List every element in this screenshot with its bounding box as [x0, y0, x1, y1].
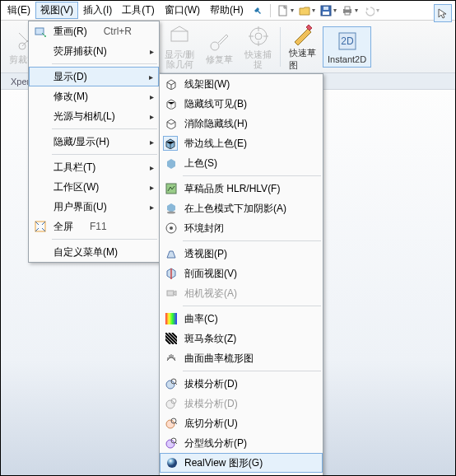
svg-point-30	[166, 420, 174, 428]
ao-icon	[165, 222, 178, 235]
menu-redraw[interactable]: 重画(R)Ctrl+R	[29, 21, 159, 41]
submenu-ambient-occlusion[interactable]: 环境封闭	[160, 218, 323, 238]
submenu-draft-analysis-2: 拔模分析(D)	[160, 394, 323, 413]
menu-fullscreen[interactable]: 全屏F11	[29, 217, 159, 236]
menu-insert[interactable]: 插入(I)	[78, 2, 117, 19]
submenu-hlr[interactable]: 消除隐藏线(H)	[160, 114, 323, 133]
section-icon	[165, 267, 178, 280]
comb-icon	[165, 352, 178, 365]
svg-rect-24	[165, 313, 177, 324]
parting-icon	[165, 436, 178, 450]
svg-point-11	[211, 42, 219, 50]
ribbon-repair[interactable]: 修复草	[201, 30, 238, 64]
submenu-shaded[interactable]: 上色(S)	[160, 153, 323, 173]
undo-icon[interactable]	[362, 4, 375, 17]
submenu-curvature[interactable]: 曲率(C)	[160, 309, 323, 329]
submenu-section[interactable]: 剖面视图(V)	[160, 264, 323, 283]
svg-point-32	[166, 440, 174, 448]
submenu-draft-quality[interactable]: 草稿品质 HLR/HLV(F)	[160, 179, 323, 198]
menu-modify[interactable]: 修改(M)▸	[29, 86, 159, 106]
svg-rect-3	[323, 7, 328, 10]
menu-tools[interactable]: 工具(T)	[117, 2, 159, 19]
menu-display[interactable]: 显示(D)▸	[29, 67, 159, 86]
menu-hide-show[interactable]: 隐藏/显示(H)▸	[29, 132, 159, 152]
svg-point-17	[44, 35, 46, 37]
draft-quality-icon	[165, 182, 178, 195]
menu-view[interactable]: 视图(V)	[35, 2, 78, 19]
submenu-curvature-combs[interactable]: 曲面曲率梳形图	[160, 348, 323, 368]
svg-point-28	[166, 400, 174, 408]
submenu-shaded-edges[interactable]: 带边线上色(E)	[160, 133, 323, 153]
submenu-hlv[interactable]: 隐藏线可见(B)	[160, 94, 323, 114]
menu-customize[interactable]: 自定义菜单(M)	[29, 242, 159, 262]
curvature-icon	[165, 312, 178, 325]
svg-point-26	[166, 380, 174, 389]
shaded-edges-icon	[163, 136, 178, 151]
draft-analysis-2-icon	[165, 397, 178, 410]
menu-screen-capture[interactable]: 荧屏捕获(N)▸	[29, 41, 159, 61]
draft-analysis-icon	[165, 377, 178, 390]
menu-window[interactable]: 窗口(W)	[160, 2, 205, 19]
submenu-zebra[interactable]: 斑马条纹(Z)	[160, 329, 323, 348]
svg-text:2D: 2D	[341, 35, 354, 47]
pin-icon[interactable]	[251, 4, 264, 17]
hlr-icon	[165, 117, 178, 130]
ribbon-snap[interactable]: 快速捕 捉	[240, 25, 277, 69]
ribbon-show-delete[interactable]: 显示/删 除几何	[160, 25, 199, 69]
open-icon[interactable]	[298, 4, 311, 17]
ribbon-quick-sketch[interactable]: 快速草 图	[284, 19, 321, 75]
redraw-icon	[34, 25, 47, 38]
submenu-draft-analysis[interactable]: 拔模分析(D)	[160, 374, 323, 394]
fullscreen-icon	[34, 220, 47, 233]
svg-rect-23	[167, 291, 174, 296]
svg-point-22	[170, 226, 173, 230]
menu-help[interactable]: 帮助(H)	[205, 2, 249, 19]
save-icon[interactable]	[319, 4, 333, 17]
display-submenu: 线架图(W) 隐藏线可见(B) 消除隐藏线(H) 带边线上色(E) 上色(S) …	[159, 73, 323, 476]
svg-point-13	[255, 33, 262, 40]
menubar: 辑(E) 视图(V) 插入(I) 工具(T) 窗口(W) 帮助(H) ▾ ▾ ▾…	[1, 1, 455, 21]
svg-point-20	[167, 212, 175, 214]
svg-point-34	[167, 458, 177, 468]
submenu-camera-view: 相机视姿(A)	[160, 283, 323, 303]
shaded-icon	[165, 156, 178, 170]
perspective-icon	[165, 247, 178, 260]
submenu-animation[interactable]: 动画 ?	[160, 473, 323, 476]
ribbon-instant2d[interactable]: 2DInstant2D	[323, 26, 371, 68]
submenu-perspective[interactable]: 透视图(P)	[160, 244, 323, 264]
menu-ui[interactable]: 用户界面(U)▸	[29, 197, 159, 217]
print-icon[interactable]	[341, 4, 354, 17]
svg-rect-5	[345, 7, 350, 10]
submenu-parting-line[interactable]: 分型线分析(P)	[160, 433, 323, 453]
wireframe-icon	[165, 77, 178, 91]
hlv-icon	[165, 97, 178, 110]
submenu-shadows[interactable]: 在上色模式下加阴影(A)	[160, 198, 323, 218]
submenu-realview[interactable]: RealView 图形(G)	[160, 453, 323, 473]
svg-rect-6	[345, 12, 350, 15]
svg-rect-10	[171, 31, 188, 41]
menu-lights-cameras[interactable]: 光源与相机(L)▸	[29, 106, 159, 126]
menu-toolbars[interactable]: 工具栏(T)▸	[29, 157, 159, 177]
submenu-wireframe[interactable]: 线架图(W)	[160, 74, 323, 94]
new-icon[interactable]	[277, 4, 290, 17]
shadows-icon	[165, 202, 178, 215]
menu-edit[interactable]: 辑(E)	[2, 2, 35, 19]
undercut-icon	[165, 417, 178, 430]
cursor-button[interactable]	[434, 4, 452, 22]
menu-workspace[interactable]: 工作区(W)▸	[29, 177, 159, 197]
camera-icon	[165, 287, 178, 300]
submenu-undercut[interactable]: 底切分析(U)	[160, 413, 323, 433]
zebra-icon	[165, 332, 178, 345]
svg-rect-2	[323, 12, 329, 15]
realview-icon	[165, 456, 179, 469]
view-menu: 重画(R)Ctrl+R 荧屏捕获(N)▸ 显示(D)▸ 修改(M)▸ 光源与相机…	[28, 21, 160, 263]
